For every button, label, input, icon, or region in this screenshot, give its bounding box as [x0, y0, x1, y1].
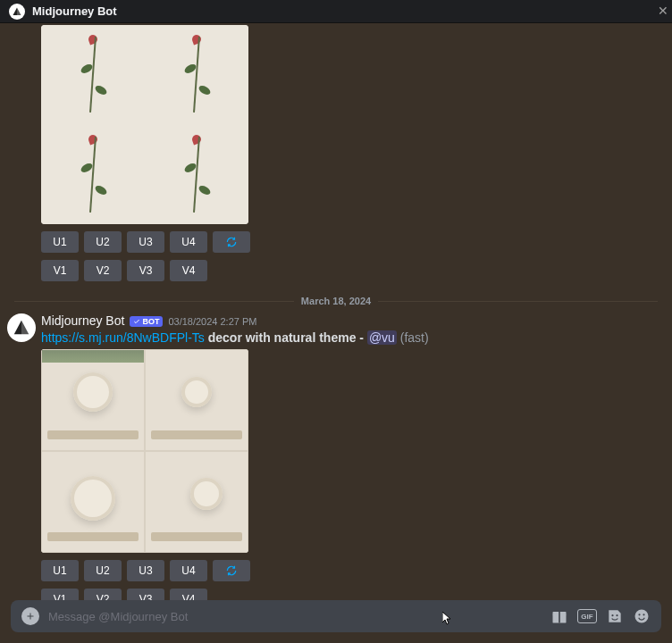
generated-image-grid[interactable]	[41, 25, 248, 224]
mode-label: (fast)	[397, 330, 429, 345]
upscale-row: U1 U2 U3 U4	[41, 231, 658, 253]
u1-button[interactable]: U1	[41, 560, 79, 581]
svg-rect-2	[559, 612, 560, 623]
prompt-link[interactable]: https://s.mj.run/8NwBDFPl-Ts	[41, 330, 205, 345]
message-timestamp: 03/18/2024 2:27 PM	[168, 316, 256, 327]
dash: -	[356, 330, 366, 345]
u4-button[interactable]: U4	[170, 231, 207, 253]
image-quadrant	[41, 349, 145, 451]
user-mention[interactable]: @vu	[367, 330, 397, 345]
image-quadrant	[145, 349, 248, 451]
u2-button[interactable]: U2	[84, 231, 122, 253]
variation-row: V1 V2 V3 V4	[41, 260, 658, 281]
prompt-text-inner: decor with natural theme	[208, 330, 357, 345]
generated-image-grid[interactable]	[41, 349, 248, 553]
mouse-cursor	[442, 612, 453, 626]
author-name[interactable]: Midjourney Bot	[41, 313, 124, 328]
gif-button[interactable]: GIF	[577, 609, 597, 623]
v1-button[interactable]: V1	[41, 260, 79, 281]
message-composer: GIF	[11, 600, 661, 632]
image-quadrant	[145, 451, 248, 553]
reroll-button[interactable]	[213, 231, 250, 253]
message: U1 U2 U3 U4 V1 V2 V3 V4	[0, 23, 672, 283]
gift-icon[interactable]	[550, 607, 568, 625]
author-row: Midjourney Bot BOT 03/18/2024 2:27 PM	[41, 313, 658, 328]
bot-avatar-small	[9, 4, 25, 20]
bot-avatar[interactable]	[7, 313, 36, 342]
close-icon[interactable]: ✕	[658, 4, 668, 18]
date-divider: March 18, 2024	[14, 296, 658, 306]
header-title: Midjourney Bot	[32, 4, 117, 18]
check-icon	[133, 318, 140, 325]
message: Midjourney Bot BOT 03/18/2024 2:27 PM ht…	[0, 312, 672, 602]
attach-button[interactable]	[21, 607, 39, 625]
upscale-row: U1 U2 U3 U4	[41, 560, 658, 581]
bot-tag: BOT	[130, 316, 163, 327]
message-input[interactable]	[48, 610, 542, 623]
reroll-button[interactable]	[213, 560, 250, 581]
image-quadrant	[145, 25, 248, 125]
plus-icon	[25, 611, 36, 622]
bot-tag-label: BOT	[142, 317, 159, 326]
sticker-icon[interactable]	[606, 607, 624, 625]
emoji-icon[interactable]	[633, 607, 651, 625]
prompt-line: https://s.mj.run/8NwBDFPl-Ts decor with …	[41, 330, 658, 346]
svg-point-6	[638, 614, 640, 615]
svg-point-3	[611, 614, 613, 616]
u1-button[interactable]: U1	[41, 231, 79, 253]
v3-button[interactable]: V3	[127, 260, 164, 281]
sail-icon	[12, 318, 31, 338]
image-quadrant	[145, 125, 248, 225]
reroll-icon	[225, 564, 238, 577]
svg-point-4	[616, 614, 617, 616]
sail-icon	[12, 6, 22, 17]
dm-header: Midjourney Bot ✕	[0, 0, 672, 23]
svg-point-5	[635, 610, 649, 623]
image-quadrant	[41, 451, 145, 553]
message-list: U1 U2 U3 U4 V1 V2 V3 V4 March 18, 2024 M…	[0, 23, 672, 602]
u2-button[interactable]: U2	[84, 560, 122, 581]
v4-button[interactable]: V4	[170, 260, 207, 281]
u4-button[interactable]: U4	[170, 560, 207, 581]
date-label: March 18, 2024	[294, 296, 378, 306]
v2-button[interactable]: V2	[84, 260, 122, 281]
u3-button[interactable]: U3	[127, 231, 164, 253]
prompt-text: decor with natural theme	[208, 330, 357, 345]
svg-point-7	[643, 614, 644, 615]
image-quadrant	[41, 25, 145, 125]
reroll-icon	[225, 236, 238, 248]
u3-button[interactable]: U3	[127, 560, 164, 581]
image-quadrant	[41, 125, 145, 225]
